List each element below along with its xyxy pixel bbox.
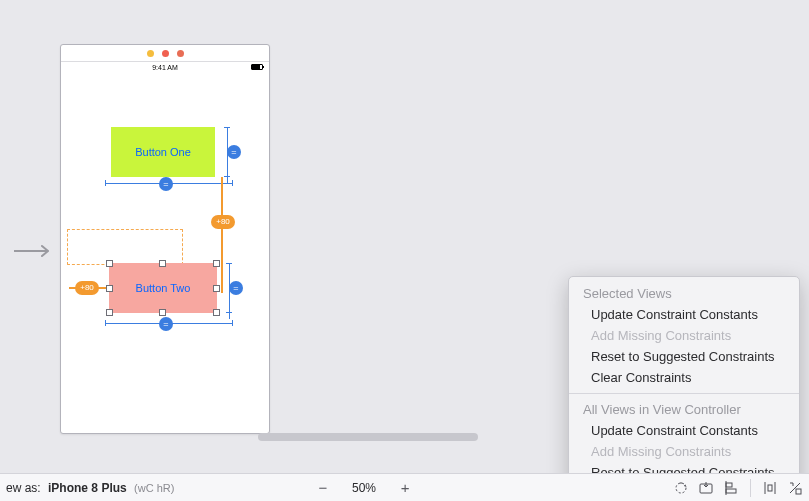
toolbar-separator	[750, 479, 751, 497]
equal-badge-icon[interactable]: =	[159, 317, 173, 331]
constraint-tick	[226, 312, 232, 313]
traffic-lights	[61, 45, 269, 61]
constraint-tick	[224, 176, 230, 177]
selection-handle[interactable]	[106, 285, 113, 292]
menu-header-selected: Selected Views	[569, 283, 799, 304]
view-as-prefix: ew as:	[6, 481, 41, 495]
selection-handle[interactable]	[213, 309, 220, 316]
device-body[interactable]: Button One = = +80 +80 Button Two	[61, 75, 269, 433]
button-two-label: Button Two	[136, 282, 191, 294]
traffic-dot-icon	[147, 50, 154, 57]
svg-point-0	[676, 483, 686, 493]
selection-handle[interactable]	[106, 260, 113, 267]
button-one[interactable]: Button One	[111, 127, 215, 177]
constraint-tick	[224, 127, 230, 128]
spacing-constraint[interactable]	[221, 177, 223, 293]
scrollbar-thumb[interactable]	[258, 433, 478, 441]
status-bar: 9:41 AM	[61, 62, 269, 74]
menu-add-missing: Add Missing Constraints	[569, 325, 799, 346]
constraint-tick	[105, 320, 106, 326]
svg-rect-2	[726, 483, 732, 487]
menu-clear-constraints[interactable]: Clear Constraints	[569, 367, 799, 388]
constraint-tick	[232, 320, 233, 326]
zoom-in-button[interactable]: +	[396, 479, 414, 497]
button-one-label: Button One	[135, 146, 191, 158]
svg-rect-3	[726, 489, 736, 493]
view-as-control[interactable]: ew as: iPhone 8 Plus (wC hR)	[0, 481, 174, 495]
spacing-value-badge[interactable]: +80	[211, 215, 235, 229]
svg-rect-7	[768, 485, 772, 491]
layout-tools	[673, 479, 803, 497]
equal-badge-icon[interactable]: =	[159, 177, 173, 191]
view-as-device: iPhone 8 Plus	[48, 481, 127, 495]
equal-badge-icon[interactable]: =	[227, 145, 241, 159]
spacing-value-badge[interactable]: +80	[75, 281, 99, 295]
equal-badge-icon[interactable]: =	[229, 281, 243, 295]
selection-handle[interactable]	[213, 260, 220, 267]
menu-separator	[569, 393, 799, 394]
menu-update-constants[interactable]: Update Constraint Constants	[569, 304, 799, 325]
traffic-dot-icon	[177, 50, 184, 57]
zoom-controls: − 50% +	[314, 479, 414, 497]
size-class-label: (wC hR)	[134, 482, 174, 494]
menu-reset-suggested[interactable]: Reset to Suggested Constraints	[569, 346, 799, 367]
status-time: 9:41 AM	[152, 64, 178, 71]
menu-header-all: All Views in View Controller	[569, 399, 799, 420]
align-icon[interactable]	[723, 480, 739, 496]
selection-handle[interactable]	[159, 260, 166, 267]
pin-constraints-icon[interactable]	[762, 480, 778, 496]
constraint-tick	[232, 180, 233, 186]
battery-icon	[251, 64, 263, 70]
svg-rect-8	[796, 489, 801, 494]
bottom-toolbar: ew as: iPhone 8 Plus (wC hR) − 50% +	[0, 473, 809, 501]
embed-in-icon[interactable]	[698, 480, 714, 496]
menu-all-add-missing: Add Missing Constraints	[569, 441, 799, 462]
update-frames-icon[interactable]	[673, 480, 689, 496]
entry-arrow-icon	[14, 244, 58, 258]
zoom-out-button[interactable]: −	[314, 479, 332, 497]
menu-all-update-constants[interactable]: Update Constraint Constants	[569, 420, 799, 441]
constraints-context-menu[interactable]: Selected Views Update Constraint Constan…	[568, 276, 800, 501]
constraint-tick	[226, 263, 232, 264]
selection-handle[interactable]	[159, 309, 166, 316]
traffic-dot-icon	[162, 50, 169, 57]
resolve-issues-icon[interactable]	[787, 480, 803, 496]
button-two[interactable]: Button Two	[109, 263, 217, 313]
selection-handle[interactable]	[213, 285, 220, 292]
device-frame[interactable]: 9:41 AM Button One = = +80 +80	[60, 44, 270, 434]
constraint-tick	[105, 180, 106, 186]
selection-handle[interactable]	[106, 309, 113, 316]
zoom-percent[interactable]: 50%	[352, 481, 376, 495]
